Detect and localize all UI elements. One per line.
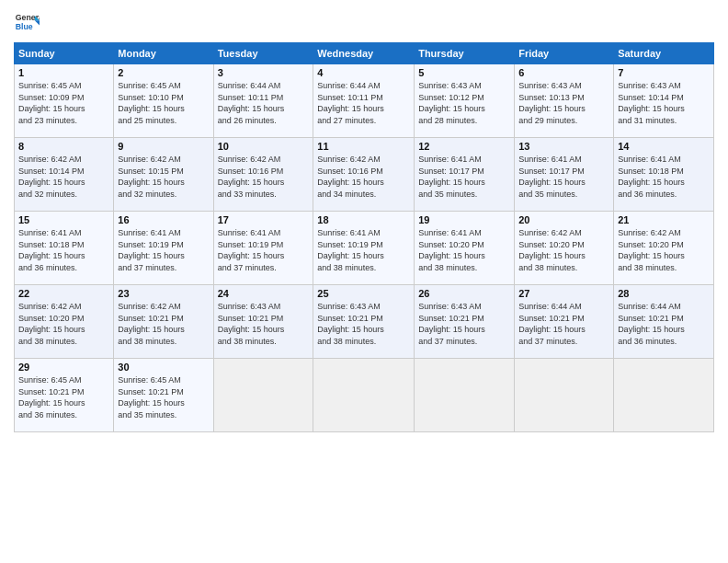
calendar-cell: 2Sunrise: 6:45 AM Sunset: 10:10 PM Dayli… (114, 64, 213, 138)
day-info: Sunrise: 6:43 AM Sunset: 10:14 PM Daylig… (618, 80, 710, 126)
day-number: 30 (118, 362, 209, 373)
calendar-cell: 12Sunrise: 6:41 AM Sunset: 10:17 PM Dayl… (415, 138, 515, 212)
day-info: Sunrise: 6:43 AM Sunset: 10:13 PM Daylig… (518, 80, 609, 126)
day-number: 27 (518, 288, 609, 299)
day-number: 2 (118, 67, 209, 78)
calendar-cell: 28Sunrise: 6:44 AM Sunset: 10:21 PM Dayl… (614, 285, 714, 359)
day-number: 11 (317, 141, 410, 152)
calendar-cell: 25Sunrise: 6:43 AM Sunset: 10:21 PM Dayl… (313, 285, 415, 359)
day-info: Sunrise: 6:42 AM Sunset: 10:15 PM Daylig… (118, 154, 209, 200)
day-info: Sunrise: 6:41 AM Sunset: 10:18 PM Daylig… (618, 154, 710, 200)
calendar-cell (515, 359, 614, 432)
day-number: 13 (518, 141, 609, 152)
day-info: Sunrise: 6:44 AM Sunset: 10:11 PM Daylig… (218, 80, 310, 126)
day-info: Sunrise: 6:42 AM Sunset: 10:16 PM Daylig… (218, 154, 310, 200)
day-info: Sunrise: 6:45 AM Sunset: 10:21 PM Daylig… (18, 374, 109, 420)
calendar-week: 22Sunrise: 6:42 AM Sunset: 10:20 PM Dayl… (15, 285, 714, 359)
header-day: Saturday (614, 43, 714, 64)
calendar-cell (415, 359, 515, 432)
day-number: 5 (418, 67, 510, 78)
header-day: Thursday (415, 43, 515, 64)
day-number: 10 (218, 141, 310, 152)
calendar-header: SundayMondayTuesdayWednesdayThursdayFrid… (15, 43, 714, 64)
day-info: Sunrise: 6:42 AM Sunset: 10:20 PM Daylig… (18, 301, 109, 347)
day-info: Sunrise: 6:42 AM Sunset: 10:21 PM Daylig… (118, 301, 209, 347)
calendar-page: General Blue SundayMondayTuesdayWednesda… (0, 0, 728, 563)
calendar-cell: 19Sunrise: 6:41 AM Sunset: 10:20 PM Dayl… (415, 212, 515, 285)
calendar-cell: 29Sunrise: 6:45 AM Sunset: 10:21 PM Dayl… (15, 359, 114, 432)
header-row: SundayMondayTuesdayWednesdayThursdayFrid… (15, 43, 714, 64)
calendar-table: SundayMondayTuesdayWednesdayThursdayFrid… (14, 42, 714, 432)
header-day: Monday (114, 43, 213, 64)
day-number: 4 (317, 67, 410, 78)
calendar-cell (614, 359, 714, 432)
calendar-cell: 27Sunrise: 6:44 AM Sunset: 10:21 PM Dayl… (515, 285, 614, 359)
calendar-cell: 22Sunrise: 6:42 AM Sunset: 10:20 PM Dayl… (15, 285, 114, 359)
calendar-cell (213, 359, 313, 432)
day-number: 29 (18, 362, 109, 373)
svg-text:Blue: Blue (16, 22, 33, 31)
header-day: Tuesday (213, 43, 313, 64)
calendar-cell: 20Sunrise: 6:42 AM Sunset: 10:20 PM Dayl… (515, 212, 614, 285)
day-number: 7 (618, 67, 710, 78)
day-number: 16 (118, 214, 209, 225)
calendar-cell: 8Sunrise: 6:42 AM Sunset: 10:14 PM Dayli… (15, 138, 114, 212)
day-info: Sunrise: 6:41 AM Sunset: 10:17 PM Daylig… (518, 154, 609, 200)
calendar-cell: 5Sunrise: 6:43 AM Sunset: 10:12 PM Dayli… (415, 64, 515, 138)
day-info: Sunrise: 6:43 AM Sunset: 10:12 PM Daylig… (418, 80, 510, 126)
day-number: 3 (218, 67, 310, 78)
day-number: 15 (18, 214, 109, 225)
calendar-cell: 7Sunrise: 6:43 AM Sunset: 10:14 PM Dayli… (614, 64, 714, 138)
day-info: Sunrise: 6:44 AM Sunset: 10:21 PM Daylig… (618, 301, 710, 347)
day-number: 9 (118, 141, 209, 152)
day-number: 26 (418, 288, 510, 299)
day-number: 17 (218, 214, 310, 225)
day-info: Sunrise: 6:41 AM Sunset: 10:19 PM Daylig… (118, 227, 209, 273)
calendar-week: 1Sunrise: 6:45 AM Sunset: 10:09 PM Dayli… (15, 64, 714, 138)
calendar-cell: 18Sunrise: 6:41 AM Sunset: 10:19 PM Dayl… (313, 212, 415, 285)
day-number: 25 (317, 288, 410, 299)
day-info: Sunrise: 6:42 AM Sunset: 10:16 PM Daylig… (317, 154, 410, 200)
day-number: 24 (218, 288, 310, 299)
day-number: 22 (18, 288, 109, 299)
day-number: 1 (18, 67, 109, 78)
calendar-cell: 21Sunrise: 6:42 AM Sunset: 10:20 PM Dayl… (614, 212, 714, 285)
calendar-cell: 26Sunrise: 6:43 AM Sunset: 10:21 PM Dayl… (415, 285, 515, 359)
day-info: Sunrise: 6:42 AM Sunset: 10:20 PM Daylig… (518, 227, 609, 273)
calendar-cell: 11Sunrise: 6:42 AM Sunset: 10:16 PM Dayl… (313, 138, 415, 212)
day-number: 28 (618, 288, 710, 299)
day-info: Sunrise: 6:41 AM Sunset: 10:20 PM Daylig… (418, 227, 510, 273)
logo: General Blue (14, 9, 40, 35)
calendar-cell: 4Sunrise: 6:44 AM Sunset: 10:11 PM Dayli… (313, 64, 415, 138)
calendar-body: 1Sunrise: 6:45 AM Sunset: 10:09 PM Dayli… (15, 64, 714, 432)
calendar-cell: 16Sunrise: 6:41 AM Sunset: 10:19 PM Dayl… (114, 212, 213, 285)
calendar-week: 29Sunrise: 6:45 AM Sunset: 10:21 PM Dayl… (15, 359, 714, 432)
day-info: Sunrise: 6:43 AM Sunset: 10:21 PM Daylig… (317, 301, 410, 347)
day-info: Sunrise: 6:44 AM Sunset: 10:21 PM Daylig… (518, 301, 609, 347)
calendar-cell: 9Sunrise: 6:42 AM Sunset: 10:15 PM Dayli… (114, 138, 213, 212)
day-number: 12 (418, 141, 510, 152)
calendar-cell: 17Sunrise: 6:41 AM Sunset: 10:19 PM Dayl… (213, 212, 313, 285)
header-day: Wednesday (313, 43, 415, 64)
day-info: Sunrise: 6:45 AM Sunset: 10:10 PM Daylig… (118, 80, 209, 126)
day-info: Sunrise: 6:41 AM Sunset: 10:18 PM Daylig… (18, 227, 109, 273)
logo-icon: General Blue (14, 9, 40, 35)
calendar-cell: 24Sunrise: 6:43 AM Sunset: 10:21 PM Dayl… (213, 285, 313, 359)
calendar-cell: 23Sunrise: 6:42 AM Sunset: 10:21 PM Dayl… (114, 285, 213, 359)
calendar-cell: 6Sunrise: 6:43 AM Sunset: 10:13 PM Dayli… (515, 64, 614, 138)
day-info: Sunrise: 6:41 AM Sunset: 10:19 PM Daylig… (317, 227, 410, 273)
day-info: Sunrise: 6:44 AM Sunset: 10:11 PM Daylig… (317, 80, 410, 126)
calendar-cell: 3Sunrise: 6:44 AM Sunset: 10:11 PM Dayli… (213, 64, 313, 138)
day-info: Sunrise: 6:41 AM Sunset: 10:17 PM Daylig… (418, 154, 510, 200)
day-number: 6 (518, 67, 609, 78)
day-number: 21 (618, 214, 710, 225)
calendar-cell (313, 359, 415, 432)
calendar-week: 15Sunrise: 6:41 AM Sunset: 10:18 PM Dayl… (15, 212, 714, 285)
day-number: 18 (317, 214, 410, 225)
day-info: Sunrise: 6:45 AM Sunset: 10:09 PM Daylig… (18, 80, 109, 126)
day-number: 20 (518, 214, 609, 225)
day-info: Sunrise: 6:42 AM Sunset: 10:14 PM Daylig… (18, 154, 109, 200)
day-info: Sunrise: 6:41 AM Sunset: 10:19 PM Daylig… (218, 227, 310, 273)
day-number: 23 (118, 288, 209, 299)
day-info: Sunrise: 6:43 AM Sunset: 10:21 PM Daylig… (418, 301, 510, 347)
